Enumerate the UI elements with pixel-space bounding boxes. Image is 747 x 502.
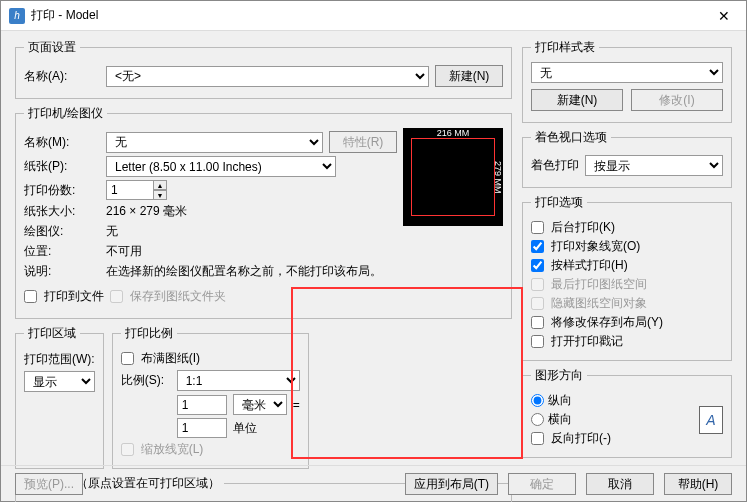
dim-top: 216 MM (411, 128, 495, 138)
pr-copies-input[interactable] (106, 180, 154, 200)
pr-paper-label: 纸张(P): (24, 158, 100, 175)
styles-legend: 打印样式表 (531, 39, 599, 56)
ps-name-label: 名称(A): (24, 68, 100, 85)
help-button[interactable]: 帮助(H) (664, 473, 732, 495)
area-legend: 打印区域 (24, 325, 80, 342)
pr-location-label: 位置: (24, 243, 100, 260)
ps-name-select[interactable]: <无> (106, 66, 429, 87)
scale-ratio-label: 比例(S): (121, 372, 171, 389)
close-icon[interactable]: ✕ (710, 2, 738, 30)
shaded-group: 着色视口选项 着色打印 按显示 (522, 129, 732, 188)
pr-plotter-label: 绘图仪: (24, 223, 100, 240)
window-title: 打印 - Model (31, 7, 710, 24)
pr-paper-select[interactable]: Letter (8.50 x 11.00 Inches) (106, 156, 336, 177)
printer-legend: 打印机/绘图仪 (24, 105, 107, 122)
scale-unit1-input[interactable] (177, 395, 227, 415)
page-setup-legend: 页面设置 (24, 39, 80, 56)
cb-fit-paper[interactable] (121, 352, 134, 365)
pr-size-value: 216 × 279 毫米 (106, 203, 187, 220)
styles-group: 打印样式表 无 新建(N) 修改(I) (522, 39, 732, 123)
options-group: 打印选项 后台打印(K) 打印对象线宽(O) 按样式打印(H) 最后打印图纸空间… (522, 194, 732, 361)
pr-props-button[interactable]: 特性(R) (329, 131, 397, 153)
cb-opt-bg[interactable] (531, 221, 544, 234)
shaded-select[interactable]: 按显示 (585, 155, 723, 176)
rb-portrait[interactable] (531, 394, 544, 407)
cb-reverse[interactable] (531, 432, 544, 445)
cb-scale-lw (121, 443, 134, 456)
options-legend: 打印选项 (531, 194, 587, 211)
cb-opt-stamp[interactable] (531, 335, 544, 348)
area-range-label: 打印范围(W): (24, 351, 95, 368)
cancel-button[interactable]: 取消 (586, 473, 654, 495)
paper-outline (411, 138, 495, 216)
scale-ratio-select[interactable]: 1:1 (177, 370, 300, 391)
footer: 预览(P)... 应用到布局(T) 确定 取消 帮助(H) (1, 465, 746, 501)
shaded-legend: 着色视口选项 (531, 129, 611, 146)
spinner-up-icon[interactable]: ▲ (153, 180, 167, 190)
cb-opt-last (531, 278, 544, 291)
orient-icon: A (699, 406, 723, 434)
cb-opt-style[interactable] (531, 259, 544, 272)
preview-button[interactable]: 预览(P)... (15, 473, 83, 495)
print-dialog: h 打印 - Model ✕ 页面设置 名称(A): <无> 新建(N) 打印机… (0, 0, 747, 502)
orient-group: 图形方向 纵向 横向 反向打印(-) A (522, 367, 732, 458)
scale-unit1-select[interactable]: 毫米 (233, 394, 287, 415)
titlebar: h 打印 - Model ✕ (1, 1, 746, 31)
styles-new-button[interactable]: 新建(N) (531, 89, 623, 111)
area-range-select[interactable]: 显示 (24, 371, 95, 392)
pr-desc-label: 说明: (24, 263, 100, 280)
scale-group: 打印比例 布满图纸(I) 比例(S): 1:1 毫米 = (112, 325, 309, 469)
page-setup-group: 页面设置 名称(A): <无> 新建(N) (15, 39, 512, 99)
pr-size-label: 纸张大小: (24, 203, 100, 220)
scale-eq: = (293, 398, 300, 412)
scale-unit2-label: 单位 (233, 420, 257, 437)
paper-preview: 216 MM 279 MM (403, 128, 503, 226)
scale-legend: 打印比例 (121, 325, 177, 342)
ps-new-button[interactable]: 新建(N) (435, 65, 503, 87)
cb-print-to-file[interactable] (24, 290, 37, 303)
pr-location-value: 不可用 (106, 243, 142, 260)
orient-legend: 图形方向 (531, 367, 587, 384)
ok-button[interactable]: 确定 (508, 473, 576, 495)
pr-name-label: 名称(M): (24, 134, 100, 151)
cb-opt-save[interactable] (531, 316, 544, 329)
print-area-group: 打印区域 打印范围(W): 显示 (15, 325, 104, 469)
cb-opt-lw[interactable] (531, 240, 544, 253)
styles-edit-button[interactable]: 修改(I) (631, 89, 723, 111)
cb-save-folder (110, 290, 123, 303)
app-icon: h (9, 8, 25, 24)
pr-copies-label: 打印份数: (24, 182, 100, 199)
printer-group: 打印机/绘图仪 名称(M): 无 特性(R) 纸张(P): Letter (8.… (15, 105, 512, 319)
pr-plotter-value: 无 (106, 223, 118, 240)
spinner-down-icon[interactable]: ▼ (153, 190, 167, 200)
pr-name-select[interactable]: 无 (106, 132, 323, 153)
dim-right: 279 MM (493, 138, 503, 216)
scale-unit2-input[interactable] (177, 418, 227, 438)
styles-select[interactable]: 无 (531, 62, 723, 83)
shaded-label: 着色打印 (531, 157, 579, 174)
pr-desc-value: 在选择新的绘图仪配置名称之前，不能打印该布局。 (106, 263, 382, 280)
rb-landscape[interactable] (531, 413, 544, 426)
cb-opt-hide (531, 297, 544, 310)
apply-button[interactable]: 应用到布局(T) (405, 473, 498, 495)
